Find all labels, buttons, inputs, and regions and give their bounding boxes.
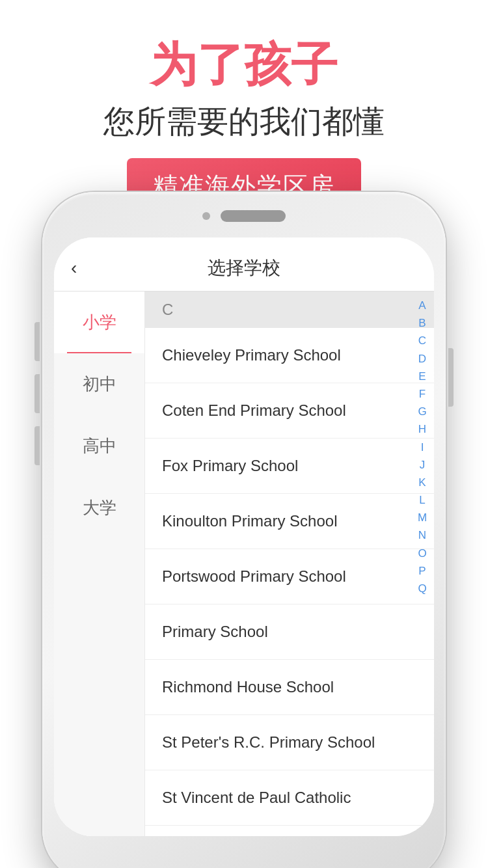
alpha-letter-h[interactable]: H	[413, 420, 431, 438]
alpha-letter-b[interactable]: B	[413, 314, 431, 332]
sidebar-item-middle[interactable]: 初中	[54, 353, 144, 415]
alpha-letter-q[interactable]: Q	[413, 580, 431, 597]
alpha-letter-k[interactable]: K	[413, 474, 431, 491]
sub-title: 您所需要的我们都懂	[26, 101, 462, 142]
phone-camera	[202, 212, 210, 220]
alpha-letter-d[interactable]: D	[413, 350, 431, 368]
alpha-letter-e[interactable]: E	[413, 368, 431, 385]
list-item[interactable]: St Vincent de Paul Catholic	[145, 770, 434, 826]
alpha-letter-j[interactable]: J	[413, 456, 431, 474]
phone-mockup: ‹ 选择学校 小学 初中 高中	[42, 192, 446, 868]
alpha-letter-f[interactable]: F	[413, 385, 431, 403]
alpha-letter-p[interactable]: P	[413, 562, 431, 580]
phone-top-area	[202, 210, 286, 222]
sidebar-item-primary[interactable]: 小学	[54, 292, 144, 353]
alpha-letter-i[interactable]: I	[413, 439, 431, 456]
list-item[interactable]: Fox Primary School	[145, 439, 434, 494]
alpha-letter-n[interactable]: N	[413, 526, 431, 544]
alpha-letter-o[interactable]: O	[413, 545, 431, 562]
phone-shell: ‹ 选择学校 小学 初中 高中	[42, 192, 446, 868]
alphabet-index: ABCDEFGHIJKLMNOPQ	[413, 292, 431, 836]
alpha-letter-m[interactable]: M	[413, 509, 431, 526]
alpha-letter-g[interactable]: G	[413, 403, 431, 420]
school-list[interactable]: C Chieveley Primary School Coten End Pri…	[145, 292, 434, 836]
list-item[interactable]: Portswood Primary School	[145, 549, 434, 604]
sidebar-item-university[interactable]: 大学	[54, 477, 144, 539]
main-title: 为了孩子	[26, 39, 462, 90]
list-item[interactable]: Primary School	[145, 604, 434, 660]
alpha-letter-a[interactable]: A	[413, 297, 431, 314]
app-content: ‹ 选择学校 小学 初中 高中	[54, 237, 434, 836]
list-item[interactable]: Richmond House School	[145, 660, 434, 715]
alpha-letter-c[interactable]: C	[413, 332, 431, 349]
back-button[interactable]: ‹	[71, 258, 77, 278]
alpha-letter-l[interactable]: L	[413, 491, 431, 509]
list-item[interactable]: Kinoulton Primary School	[145, 494, 434, 549]
nav-bar: ‹ 选择学校	[54, 237, 434, 292]
list-item[interactable]: Coten End Primary School	[145, 383, 434, 439]
section-header-c: C	[145, 292, 434, 328]
phone-screen: ‹ 选择学校 小学 初中 高中	[54, 237, 434, 836]
nav-title: 选择学校	[208, 256, 280, 280]
list-item[interactable]: Chieveley Primary School	[145, 328, 434, 383]
left-sidebar: 小学 初中 高中 大学	[54, 292, 145, 836]
phone-speaker	[221, 210, 286, 222]
sidebar-item-high[interactable]: 高中	[54, 415, 144, 477]
list-item[interactable]: St Peter's R.C. Primary School	[145, 715, 434, 770]
content-area: 小学 初中 高中 大学	[54, 292, 434, 836]
